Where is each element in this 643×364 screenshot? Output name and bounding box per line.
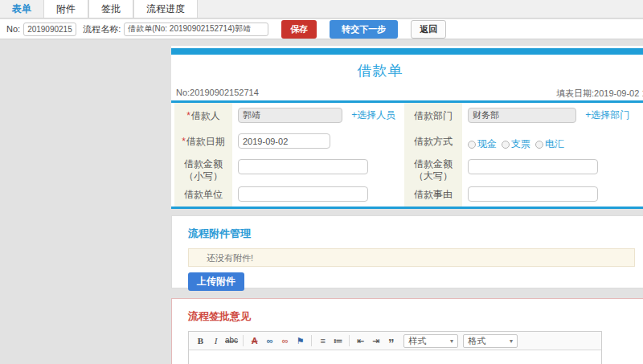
radio-wire[interactable]: 电汇 bbox=[535, 137, 564, 151]
format-select[interactable]: 格式 ▾ bbox=[463, 334, 518, 348]
flow-name-label: 流程名称: bbox=[83, 23, 121, 35]
bold-icon[interactable]: B bbox=[195, 334, 207, 348]
document-meta-row: No:20190902152714 填表日期:2019-09-02 15:27:… bbox=[171, 84, 643, 100]
loan-date-label-text: 借款日期 bbox=[186, 136, 225, 147]
borrower-label-text: 借款人 bbox=[191, 110, 220, 121]
document-title: 借款单 bbox=[171, 61, 589, 80]
style-select[interactable]: 样式 ▾ bbox=[403, 334, 458, 348]
app-window: 表单 附件 签批 流程进度 No: 流程名称: 保存 转交下一步 返回 借款单 … bbox=[0, 0, 643, 364]
toolbar-separator bbox=[311, 335, 312, 346]
borrower-input[interactable] bbox=[238, 108, 342, 123]
approval-panel: 流程签批意见 B I abc A ∞ ∞ ⚑ ≡ ≔ ⇤ ⇥ ” 样式 bbox=[171, 298, 643, 364]
borrower-label: *借款人 bbox=[174, 103, 232, 129]
bullet-list-icon[interactable]: ≔ bbox=[332, 334, 344, 348]
loan-method-field-cell: 现金 支票 电汇 bbox=[462, 129, 643, 154]
loan-date-input[interactable] bbox=[238, 133, 330, 149]
radio-cheque-label: 支票 bbox=[511, 137, 530, 151]
tab-form[interactable]: 表单 bbox=[0, 0, 43, 18]
tab-attachments[interactable]: 附件 bbox=[43, 0, 88, 18]
radio-cash-label: 现金 bbox=[477, 137, 497, 151]
fill-date: 填表日期:2019-09-02 15:27:1 bbox=[556, 88, 643, 100]
loan-reason-label: 借款事由 bbox=[404, 185, 462, 207]
radio-circle-icon bbox=[535, 141, 543, 149]
required-asterisk: * bbox=[186, 110, 190, 121]
department-field-cell: +选择部门 bbox=[462, 103, 643, 129]
indent-icon[interactable]: ⇥ bbox=[370, 334, 382, 348]
loan-date-label: *借款日期 bbox=[174, 129, 232, 154]
department-input[interactable] bbox=[468, 108, 576, 123]
loan-method-radio-group: 现金 支票 电汇 bbox=[468, 133, 643, 151]
rich-text-editor: B I abc A ∞ ∞ ⚑ ≡ ≔ ⇤ ⇥ ” 样式 ▾ bbox=[188, 331, 602, 364]
document-no: No:20190902152714 bbox=[176, 88, 259, 97]
no-label: No: bbox=[6, 24, 20, 34]
loan-form-panel: 借款单 No:20190902152714 填表日期:2019-09-02 15… bbox=[171, 46, 643, 207]
loan-reason-input[interactable] bbox=[468, 186, 598, 202]
upload-attachment-button[interactable]: 上传附件 bbox=[188, 272, 244, 291]
tab-bar: 表单 附件 签批 流程进度 bbox=[0, 0, 643, 18]
amount-upper-field-cell bbox=[462, 154, 643, 185]
panel-top-accent-bar bbox=[171, 48, 643, 55]
chevron-down-icon: ▾ bbox=[510, 337, 513, 345]
italic-icon[interactable]: I bbox=[210, 334, 222, 348]
loan-method-label: 借款方式 bbox=[404, 129, 462, 154]
radio-wire-label: 电汇 bbox=[545, 137, 564, 151]
toolbar-separator bbox=[349, 335, 350, 346]
loan-date-field-cell bbox=[232, 129, 404, 154]
no-input[interactable] bbox=[23, 22, 76, 36]
radio-circle-icon bbox=[468, 141, 476, 149]
forward-next-step-button[interactable]: 转交下一步 bbox=[330, 20, 398, 39]
amount-upper-input[interactable] bbox=[468, 159, 598, 174]
amount-lower-label: 借款金额（小写） bbox=[174, 154, 232, 185]
tab-signoff[interactable]: 签批 bbox=[88, 0, 133, 18]
required-asterisk: * bbox=[182, 136, 186, 147]
editor-toolbar: B I abc A ∞ ∞ ⚑ ≡ ≔ ⇤ ⇥ ” 样式 ▾ bbox=[189, 332, 601, 350]
toolbar-separator bbox=[243, 335, 244, 346]
loan-unit-label: 借款单位 bbox=[174, 185, 232, 207]
numbered-list-icon[interactable]: ≡ bbox=[317, 334, 329, 348]
loan-form-table: *借款人 +选择人员 借款部门 +选择部门 *借款日期 借款方式 bbox=[171, 100, 643, 209]
chevron-down-icon: ▾ bbox=[450, 337, 453, 345]
loan-unit-input[interactable] bbox=[238, 186, 368, 202]
flow-name-input[interactable] bbox=[124, 22, 268, 36]
select-department-link[interactable]: +选择部门 bbox=[585, 109, 629, 121]
radio-cash[interactable]: 现金 bbox=[468, 137, 497, 151]
attachment-panel-title: 流程附件管理 bbox=[188, 227, 635, 241]
strikethrough-icon[interactable]: abc bbox=[225, 334, 238, 348]
approval-panel-title: 流程签批意见 bbox=[188, 309, 635, 324]
save-button[interactable]: 保存 bbox=[281, 20, 317, 39]
amount-lower-input[interactable] bbox=[238, 159, 368, 174]
back-button[interactable]: 返回 bbox=[411, 20, 446, 39]
command-bar: No: 流程名称: 保存 转交下一步 返回 bbox=[0, 19, 643, 39]
borrower-field-cell: +选择人员 bbox=[232, 103, 404, 129]
attachment-panel: 流程附件管理 还没有附件! 上传附件 bbox=[171, 215, 643, 288]
select-person-link[interactable]: +选择人员 bbox=[351, 109, 395, 121]
tab-progress[interactable]: 流程进度 bbox=[133, 0, 198, 18]
remove-format-icon[interactable]: A bbox=[248, 334, 260, 348]
loan-reason-field-cell bbox=[462, 185, 643, 207]
department-label: 借款部门 bbox=[404, 103, 462, 129]
link-icon[interactable]: ∞ bbox=[264, 334, 276, 348]
editor-content-area[interactable] bbox=[189, 350, 601, 364]
amount-lower-field-cell bbox=[232, 154, 404, 185]
radio-circle-icon bbox=[502, 141, 510, 149]
no-attachment-alert: 还没有附件! bbox=[188, 248, 635, 267]
radio-cheque[interactable]: 支票 bbox=[502, 137, 530, 151]
outdent-icon[interactable]: ⇤ bbox=[354, 334, 367, 348]
style-select-value: 样式 bbox=[408, 335, 426, 347]
blockquote-icon[interactable]: ” bbox=[385, 334, 397, 348]
format-select-value: 格式 bbox=[468, 335, 485, 347]
amount-upper-label: 借款金额（大写） bbox=[404, 154, 462, 185]
anchor-flag-icon[interactable]: ⚑ bbox=[294, 334, 306, 348]
loan-unit-field-cell bbox=[232, 185, 404, 207]
unlink-icon[interactable]: ∞ bbox=[279, 334, 291, 348]
